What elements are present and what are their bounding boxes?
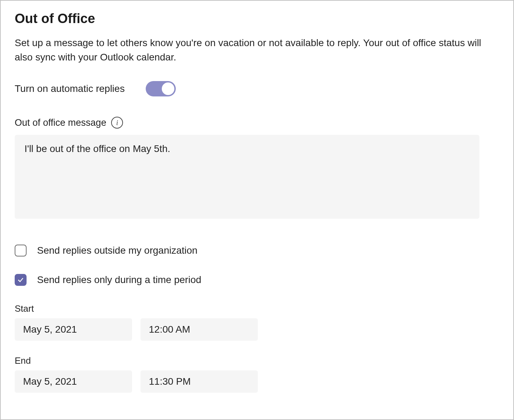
automatic-replies-toggle[interactable]: [146, 81, 176, 96]
send-outside-checkbox[interactable]: [15, 245, 27, 256]
automatic-replies-toggle-row: Turn on automatic replies: [15, 81, 499, 96]
end-time-picker[interactable]: 11:30 PM: [140, 370, 258, 393]
start-label: Start: [15, 303, 499, 314]
start-time-picker[interactable]: 12:00 AM: [140, 318, 258, 341]
message-textarea[interactable]: [15, 135, 479, 219]
start-time-row: May 5, 2021 12:00 AM: [15, 318, 499, 341]
toggle-knob: [162, 82, 174, 95]
send-outside-label: Send replies outside my organization: [37, 245, 197, 256]
message-label-row: Out of office message i: [15, 117, 499, 129]
time-section: Start May 5, 2021 12:00 AM End May 5, 20…: [15, 303, 499, 393]
end-label: End: [15, 355, 499, 366]
time-period-checkbox[interactable]: [15, 274, 27, 286]
end-date-picker[interactable]: May 5, 2021: [15, 370, 132, 393]
time-period-label: Send replies only during a time period: [37, 274, 201, 285]
dialog-title: Out of Office: [15, 11, 499, 26]
dialog-description: Set up a message to let others know you'…: [15, 36, 497, 64]
out-of-office-dialog: Out of Office Set up a message to let ot…: [0, 0, 514, 420]
automatic-replies-toggle-label: Turn on automatic replies: [15, 83, 125, 94]
time-period-checkbox-row: Send replies only during a time period: [15, 274, 499, 286]
end-time-row: May 5, 2021 11:30 PM: [15, 370, 499, 393]
send-outside-checkbox-row: Send replies outside my organization: [15, 245, 499, 256]
start-date-picker[interactable]: May 5, 2021: [15, 318, 132, 341]
message-label: Out of office message: [15, 117, 106, 128]
info-icon[interactable]: i: [111, 117, 123, 129]
